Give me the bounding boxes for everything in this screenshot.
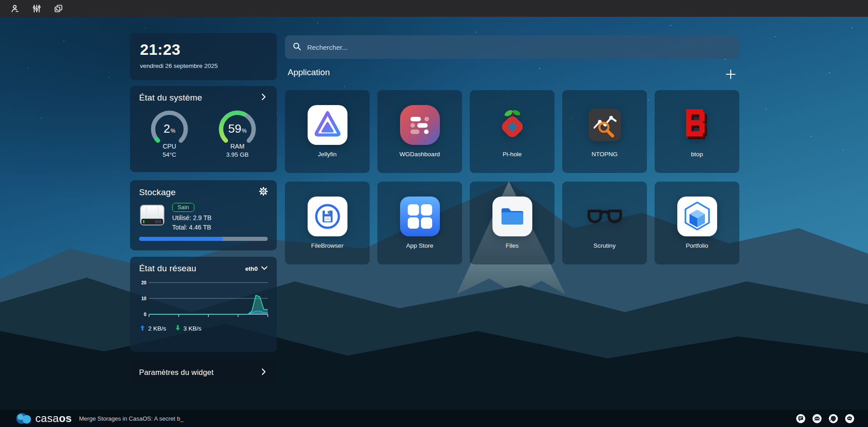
app-tile-scrutiny[interactable]: Scrutiny — [562, 182, 647, 264]
appstore-icon — [400, 197, 440, 236]
files-icon — [492, 197, 532, 236]
chevron-right-icon — [260, 368, 268, 378]
app-tile-filebrowser[interactable]: FileBrowser — [285, 182, 370, 264]
app-label: App Store — [406, 242, 433, 249]
app-tile-jellyfin[interactable]: Jellyfin — [285, 90, 370, 173]
svg-text:0: 0 — [144, 312, 146, 317]
clock-time: 21:23 — [140, 41, 267, 58]
app-tile-portfolio[interactable]: Portfolio — [655, 182, 739, 264]
app-tile-appstore[interactable]: App Store — [377, 182, 462, 264]
app-tile-ntopng[interactable]: NTOPNG — [562, 90, 647, 173]
wgdashboard-icon — [400, 105, 440, 145]
app-label: WGDashboard — [400, 151, 440, 158]
app-label: Portfolio — [686, 242, 709, 249]
discord-icon[interactable] — [812, 414, 822, 423]
app-label: FileBrowser — [311, 242, 343, 249]
app-tile-btop[interactable]: btop — [655, 90, 739, 173]
top-bar — [0, 0, 868, 17]
gear-icon[interactable] — [259, 187, 268, 197]
cpu-gauge: 2%CPU54°C — [149, 108, 190, 158]
app-tile-files[interactable]: Files — [470, 182, 555, 264]
footer-tagline: Merge Storages in CasaOS: A secret b_ — [79, 415, 184, 422]
clock-date: vendredi 26 septembre 2025 — [140, 62, 267, 69]
widget-settings-button[interactable]: Paramètres du widget — [130, 360, 277, 385]
casaos-wordmark: casaos — [35, 412, 72, 425]
app-label: NTOPNG — [592, 151, 618, 158]
blog-icon[interactable] — [796, 414, 805, 423]
svg-text:20: 20 — [141, 280, 147, 285]
storage-used: Utilisé: 2.9 TB — [172, 214, 212, 221]
upload-rate: 2 KB/s — [148, 325, 166, 332]
filebrowser-icon — [308, 197, 347, 236]
network-title: État du réseau — [139, 264, 196, 273]
download-arrow-icon — [175, 325, 180, 332]
chevron-right-icon[interactable] — [260, 93, 268, 103]
drive-icon — [139, 205, 165, 229]
storage-widget: Stockage Sain Utilisé: 2.9 TB Total: 4.4… — [130, 180, 277, 250]
svg-text:10: 10 — [141, 296, 147, 301]
search-input[interactable] — [307, 43, 732, 51]
pihole-icon — [492, 105, 532, 145]
system-status-title: État du système — [139, 93, 202, 103]
app-label: Pi-hole — [502, 151, 521, 158]
network-interface-select[interactable]: eth0 — [245, 264, 268, 273]
app-label: btop — [691, 151, 703, 158]
ntopng-icon — [585, 105, 625, 145]
casaos-logo — [16, 412, 33, 425]
gauge-row: 2%CPU54°C59%RAM3.95 GB — [130, 106, 277, 158]
network-widget: État du réseau eth0 20100 2 KB/s 3 KB/s — [130, 257, 277, 352]
add-app-button[interactable] — [723, 67, 738, 82]
storage-progress-track — [139, 237, 268, 241]
storage-health-badge: Sain — [172, 203, 194, 212]
storage-total: Total: 4.46 TB — [172, 224, 212, 231]
scrutiny-icon — [585, 197, 625, 236]
app-label: Jellyfin — [318, 151, 337, 158]
terminal-icon[interactable] — [53, 4, 63, 14]
footer-bar: casaos Merge Storages in CasaOS: A secre… — [0, 410, 868, 427]
ram-gauge: 59%RAM3.95 GB — [217, 108, 258, 158]
app-tile-pihole[interactable]: Pi-hole — [470, 90, 555, 173]
btop-icon — [677, 105, 717, 145]
chat-icon[interactable] — [845, 414, 854, 423]
search-bar — [285, 35, 739, 59]
network-chart: 20100 — [137, 278, 270, 321]
search-icon — [293, 42, 301, 53]
applications-section-title: Application — [288, 67, 330, 77]
widget-settings-label: Paramètres du widget — [139, 368, 214, 377]
system-status-widget: État du système 2%CPU54°C59%RAM3.95 GB — [130, 86, 277, 172]
portfolio-icon — [677, 197, 717, 236]
storage-title: Stockage — [139, 187, 176, 197]
upload-arrow-icon — [140, 325, 145, 332]
network-interface-value: eth0 — [245, 265, 258, 272]
app-label: Files — [506, 242, 519, 249]
user-icon[interactable] — [10, 4, 20, 14]
download-rate: 3 KB/s — [183, 325, 202, 332]
clock-widget: 21:23 vendredi 26 septembre 2025 — [130, 33, 277, 80]
storage-progress-fill — [139, 237, 223, 241]
social-links — [796, 414, 854, 423]
app-label: Scrutiny — [593, 242, 616, 249]
app-grid: Jellyfin WGDashboard Pi-hole NTOPNG btop… — [285, 90, 739, 264]
github-icon[interactable] — [829, 414, 838, 423]
sliders-icon[interactable] — [32, 4, 42, 14]
chevron-down-icon — [261, 264, 268, 273]
jellyfin-icon — [308, 105, 347, 145]
network-legend: 2 KB/s 3 KB/s — [140, 325, 277, 332]
app-tile-wgdashboard[interactable]: WGDashboard — [377, 90, 462, 173]
